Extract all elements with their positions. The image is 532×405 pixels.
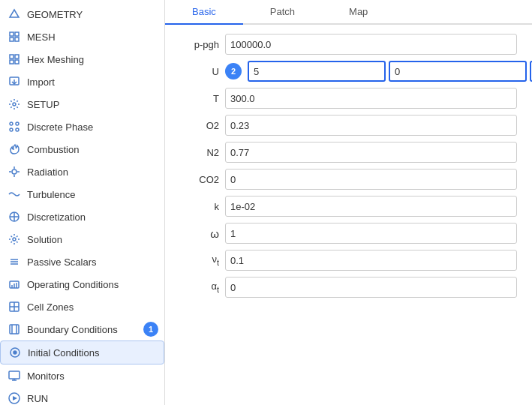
sidebar-item-discretization[interactable]: Discretization bbox=[0, 206, 164, 228]
discretization-icon bbox=[8, 210, 21, 224]
sidebar-item-import[interactable]: Import bbox=[0, 70, 164, 93]
tab-map[interactable]: Map bbox=[322, 0, 395, 25]
sidebar-item-radiation[interactable]: Radiation bbox=[0, 160, 164, 183]
svg-point-12 bbox=[10, 122, 13, 125]
field-row-N2: N2 bbox=[180, 142, 517, 163]
main-content: Basic Patch Map p-pgh U 2 T O2 bbox=[165, 0, 532, 405]
sidebar-item-passive-scalars[interactable]: Passive Scalars bbox=[0, 250, 164, 273]
sidebar-item-operating-conditions[interactable]: Operating Conditions bbox=[0, 273, 164, 296]
sidebar-label-boundary: Boundary Conditions bbox=[27, 324, 118, 335]
label-omega: ω bbox=[180, 227, 219, 240]
boundary-badge: 1 bbox=[143, 322, 158, 337]
passive-icon bbox=[8, 255, 21, 268]
tab-patch[interactable]: Patch bbox=[243, 0, 322, 25]
svg-rect-4 bbox=[15, 38, 19, 41]
field-row-at: αt bbox=[180, 277, 517, 298]
sidebar-item-cell-zones[interactable]: Cell Zones bbox=[0, 296, 164, 318]
sidebar-item-discrete-phase[interactable]: Discrete Phase bbox=[0, 116, 164, 138]
input-T[interactable] bbox=[225, 88, 517, 109]
svg-point-11 bbox=[13, 103, 16, 106]
sidebar-label-initial: Initial Conditions bbox=[28, 347, 99, 358]
sidebar-label-import: Import bbox=[27, 76, 55, 88]
sidebar-label-turbulence: Turbulence bbox=[27, 189, 76, 200]
field-row-CO2: CO2 bbox=[180, 169, 517, 190]
input-CO2[interactable] bbox=[225, 169, 517, 190]
input-U1[interactable] bbox=[248, 61, 386, 82]
input-k[interactable] bbox=[225, 196, 517, 217]
sidebar-label-setup: SETUP bbox=[27, 99, 59, 110]
sidebar-label-mesh: MESH bbox=[27, 32, 56, 43]
vt-sub: t bbox=[217, 258, 219, 267]
input-p-pgh[interactable] bbox=[225, 34, 517, 55]
input-at[interactable] bbox=[225, 277, 517, 298]
label-T: T bbox=[180, 93, 219, 104]
svg-rect-8 bbox=[15, 60, 19, 64]
sidebar-item-turbulence[interactable]: Turbulence bbox=[0, 183, 164, 206]
label-N2: N2 bbox=[180, 147, 219, 158]
field-row-k: k bbox=[180, 196, 517, 217]
sidebar-label-cell-zones: Cell Zones bbox=[27, 302, 74, 313]
sidebar-label-discretization: Discretization bbox=[27, 212, 86, 223]
svg-rect-5 bbox=[10, 55, 14, 58]
field-row-omega: ω bbox=[180, 223, 517, 244]
operating-icon bbox=[8, 278, 21, 291]
field-row-T: T bbox=[180, 88, 517, 109]
svg-rect-7 bbox=[10, 60, 14, 64]
sidebar-label-hex-meshing: Hex Meshing bbox=[27, 54, 84, 65]
svg-marker-44 bbox=[13, 396, 17, 400]
boundary-icon bbox=[8, 322, 21, 336]
svg-point-14 bbox=[10, 128, 13, 131]
cell-zones-icon bbox=[8, 300, 21, 314]
run-icon bbox=[8, 392, 21, 405]
sidebar-label-passive-scalars: Passive Scalars bbox=[27, 256, 96, 268]
sidebar-item-monitors[interactable]: Monitors bbox=[0, 364, 164, 387]
label-p-pgh: p-pgh bbox=[180, 39, 219, 50]
mesh-icon bbox=[8, 30, 21, 44]
tab-basic[interactable]: Basic bbox=[165, 0, 243, 25]
input-O2[interactable] bbox=[225, 115, 517, 136]
sidebar-item-solution[interactable]: Solution bbox=[0, 228, 164, 250]
sidebar-label-run: RUN bbox=[27, 393, 48, 404]
input-N2[interactable] bbox=[225, 142, 517, 163]
svg-rect-35 bbox=[10, 325, 19, 334]
label-O2: O2 bbox=[180, 120, 219, 131]
form-area: p-pgh U 2 T O2 N2 bbox=[165, 25, 532, 405]
label-k: k bbox=[180, 201, 219, 212]
label-U: U bbox=[180, 66, 219, 77]
field-row-p-pgh: p-pgh bbox=[180, 34, 517, 55]
sidebar-item-combustion[interactable]: Combustion bbox=[0, 138, 164, 160]
tabs-bar: Basic Patch Map bbox=[165, 0, 532, 25]
import-icon bbox=[8, 75, 21, 88]
svg-rect-6 bbox=[15, 55, 19, 58]
input-U2[interactable] bbox=[389, 61, 527, 82]
svg-marker-0 bbox=[10, 10, 19, 17]
sidebar-label-discrete: Discrete Phase bbox=[27, 122, 93, 133]
sidebar-item-mesh[interactable]: MESH bbox=[0, 26, 164, 48]
label-CO2: CO2 bbox=[180, 174, 219, 185]
hex-icon bbox=[8, 52, 21, 66]
svg-point-13 bbox=[16, 122, 19, 125]
svg-point-15 bbox=[16, 128, 19, 131]
svg-rect-40 bbox=[9, 371, 20, 379]
monitors-icon bbox=[8, 369, 21, 382]
sidebar-item-run[interactable]: RUN bbox=[0, 387, 164, 405]
sidebar-label-solution: Solution bbox=[27, 234, 62, 245]
turbulence-icon bbox=[8, 188, 21, 201]
setup-icon bbox=[8, 98, 21, 111]
svg-point-16 bbox=[12, 170, 17, 174]
sidebar-label-combustion: Combustion bbox=[27, 144, 79, 155]
sidebar-label-geometry: GEOMETRY bbox=[27, 9, 83, 20]
sidebar: GEOMETRY MESH Hex Meshing Import bbox=[0, 0, 165, 405]
sidebar-item-setup[interactable]: SETUP bbox=[0, 93, 164, 116]
sidebar-item-boundary-conditions[interactable]: Boundary Conditions 1 bbox=[0, 318, 164, 340]
sidebar-item-initial-conditions[interactable]: Initial Conditions bbox=[0, 340, 164, 364]
geometry-icon bbox=[8, 8, 21, 21]
u-inputs bbox=[248, 61, 532, 82]
sidebar-item-geometry[interactable]: GEOMETRY bbox=[0, 3, 164, 26]
sidebar-item-hex-meshing[interactable]: Hex Meshing bbox=[0, 48, 164, 70]
input-vt[interactable] bbox=[225, 250, 517, 271]
field-row-U: U 2 bbox=[180, 61, 517, 82]
initial-icon bbox=[8, 346, 22, 359]
input-omega[interactable] bbox=[225, 223, 517, 244]
radiation-icon bbox=[8, 165, 21, 178]
